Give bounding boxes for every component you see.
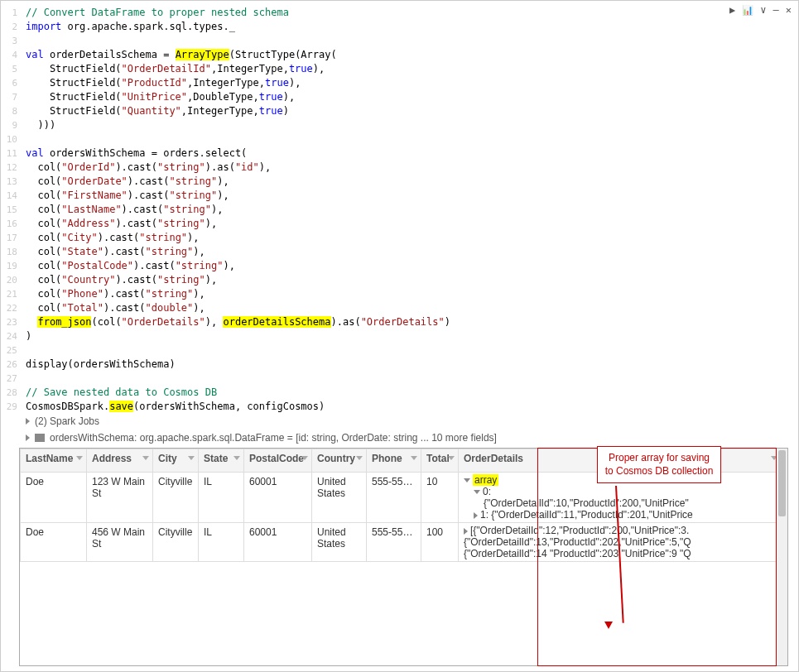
table-cell: Doe: [21, 523, 87, 562]
line-number: 13: [1, 175, 26, 189]
code-line-content[interactable]: ))): [26, 118, 55, 132]
chevron-down-icon[interactable]: [474, 490, 480, 494]
column-header[interactable]: State: [199, 449, 244, 473]
code-line-content[interactable]: col("Total").cast("double"),: [26, 301, 205, 315]
column-header[interactable]: Phone: [367, 449, 421, 473]
line-number: 24: [1, 329, 26, 343]
sort-icon[interactable]: [301, 456, 308, 460]
spark-jobs-expander[interactable]: (2) Spark Jobs: [26, 413, 790, 430]
table-row[interactable]: Doe456 W Main StCityvilleIL60001United S…: [21, 523, 782, 562]
table-cell: Cityville: [153, 473, 199, 523]
code-line-content[interactable]: val ordersWithSchema = orders.select(: [26, 146, 247, 161]
table-cell: 456 W Main St: [87, 523, 153, 562]
line-number: 8: [1, 104, 26, 118]
table-cell: 123 W Main St: [87, 473, 153, 523]
table-cell: 10: [421, 473, 459, 523]
column-header[interactable]: PostalCode: [244, 449, 312, 473]
line-number: 14: [1, 189, 26, 203]
chevron-down-icon[interactable]: [464, 478, 470, 482]
code-line-content[interactable]: col("OrderId").cast("string").as("id"),: [26, 161, 271, 175]
sort-icon[interactable]: [448, 456, 455, 460]
code-line-content[interactable]: col("PostalCode").cast("string"),: [26, 259, 235, 273]
header-label: State: [204, 453, 228, 464]
sort-icon[interactable]: [411, 456, 417, 460]
array-item-value: [{"OrderDetailId":12,"ProductId":200,"Un…: [462, 525, 781, 536]
table-cell: United States: [312, 523, 367, 562]
table-cell: IL: [199, 523, 244, 562]
header-label: Country: [317, 453, 355, 464]
sort-icon[interactable]: [188, 456, 195, 460]
sort-icon[interactable]: [356, 456, 363, 460]
code-line-content[interactable]: col("LastName").cast("string"),: [26, 203, 223, 217]
line-number: 16: [1, 217, 26, 231]
schema-label: ordersWithSchema: org.apache.spark.sql.D…: [50, 432, 497, 444]
sort-icon[interactable]: [76, 456, 83, 460]
chevron-right-icon: [26, 418, 30, 425]
scrollbar-thumb[interactable]: [778, 450, 786, 516]
code-line-content[interactable]: import org.apache.spark.sql.types._: [26, 20, 235, 34]
code-line-content[interactable]: StructField("UnitPrice",DoubleType,true)…: [26, 90, 295, 104]
code-line-content[interactable]: display(ordersWithSchema): [26, 358, 176, 372]
line-number: 17: [1, 231, 26, 245]
vertical-scrollbar[interactable]: [776, 449, 787, 665]
code-editor[interactable]: 1// Convert DataFrame to proper nested s…: [1, 6, 798, 414]
line-number: 9: [1, 118, 26, 132]
code-line-content[interactable]: StructField("OrderDetailId",IntegerType,…: [26, 62, 325, 76]
array-index: 0:: [483, 486, 491, 497]
code-line-content[interactable]: val orderDetailsSchema = ArrayType(Struc…: [26, 48, 337, 62]
code-line-content[interactable]: // Save nested data to Cosmos DB: [26, 386, 217, 400]
chevron-right-icon[interactable]: [464, 528, 468, 535]
line-number: 28: [1, 386, 26, 400]
header-label: Phone: [372, 453, 402, 464]
sort-icon[interactable]: [233, 456, 240, 460]
line-number: 6: [1, 76, 26, 90]
code-line-content[interactable]: StructField("Quantity",IntegerType,true): [26, 104, 289, 118]
code-line-content[interactable]: col("FirstName").cast("string"),: [26, 189, 229, 203]
array-item-value: {"OrderDetailId":10,"ProductId":200,"Uni…: [462, 497, 781, 509]
header-label: PostalCode: [249, 453, 304, 464]
code-line-content[interactable]: ): [26, 329, 31, 343]
line-number: 18: [1, 245, 26, 259]
code-line-content[interactable]: StructField("ProductId",IntegerType,true…: [26, 76, 301, 90]
line-number: 29: [1, 400, 26, 414]
chevron-right-icon[interactable]: [474, 512, 478, 519]
column-header[interactable]: Address: [87, 449, 153, 473]
line-number: 11: [1, 146, 26, 161]
code-line-content[interactable]: col("OrderDate").cast("string"),: [26, 175, 229, 189]
code-line-content[interactable]: col("Phone").cast("string"),: [26, 287, 205, 301]
code-line-content[interactable]: col("City").cast("string"),: [26, 231, 200, 245]
line-number: 2: [1, 20, 26, 34]
code-line-content[interactable]: // Convert DataFrame to proper nested sc…: [26, 6, 289, 20]
table-cell: IL: [199, 473, 244, 523]
column-header[interactable]: City: [153, 449, 199, 473]
code-line-content[interactable]: CosmosDBSpark.save(ordersWithSchema, con…: [26, 400, 325, 414]
callout-text: Proper array for saving to Cosmos DB col…: [605, 452, 714, 477]
sort-icon[interactable]: [142, 456, 149, 460]
line-number: 19: [1, 259, 26, 273]
table-cell: 100: [421, 523, 459, 562]
array-item-value: {"OrderDetailId":13,"ProductId":202,"Uni…: [462, 536, 781, 548]
line-number: 26: [1, 358, 26, 372]
callout-box: Proper array for saving to Cosmos DB col…: [597, 446, 721, 483]
line-number: 22: [1, 301, 26, 315]
line-number: 4: [1, 48, 26, 62]
line-number: 1: [1, 6, 26, 20]
column-header[interactable]: Country: [312, 449, 367, 473]
line-number: 23: [1, 315, 26, 329]
code-line-content[interactable]: col("Address").cast("string"),: [26, 217, 217, 231]
column-header[interactable]: LastName: [21, 449, 87, 473]
table-cell: United States: [312, 473, 367, 523]
code-line-content[interactable]: col("Country").cast("string"),: [26, 273, 217, 287]
header-label: OrderDetails: [464, 453, 523, 464]
header-label: LastName: [26, 453, 73, 464]
chevron-right-icon: [26, 434, 30, 441]
schema-expander[interactable]: ordersWithSchema: org.apache.spark.sql.D…: [26, 430, 790, 446]
table-cell: Doe: [21, 473, 87, 523]
line-number: 27: [1, 372, 26, 386]
column-header[interactable]: Total: [421, 449, 459, 473]
array-label: array: [473, 474, 498, 486]
code-line-content[interactable]: col("State").cast("string"),: [26, 245, 205, 259]
code-line-content[interactable]: from_json(col("OrderDetails"), orderDeta…: [26, 315, 450, 329]
table-cell: 60001: [244, 473, 312, 523]
array-item-value: {"OrderDetailId":14 "ProductId":203 "Uni…: [462, 548, 781, 559]
